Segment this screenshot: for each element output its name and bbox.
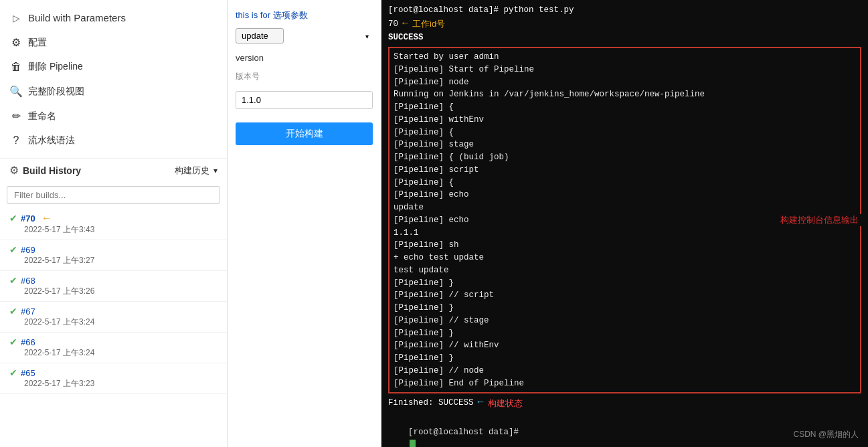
- watermark: CSDN @黑烟的人: [793, 429, 859, 440]
- sidebar-item-label-delete: 删除 Pipeline: [28, 61, 83, 73]
- build-status-success-icon-69: ✔: [9, 244, 17, 255]
- pencil-icon: ✏: [9, 110, 23, 122]
- console-prompt-text: [root@localhost data]#: [408, 428, 519, 437]
- build-item-68[interactable]: ✔ #68 2022-5-17 上午3:26: [0, 271, 227, 302]
- pipeline-line: [Pipeline] // stage: [394, 315, 856, 327]
- build-date-69: 2022-5-17 上午3:27: [9, 255, 218, 266]
- pipeline-line: test update: [394, 264, 856, 277]
- pipeline-output-block: Started by user admin[Pipeline] Start of…: [388, 47, 861, 393]
- start-build-button[interactable]: 开始构建: [236, 122, 373, 145]
- build-date-65: 2022-5-17 上午3:23: [9, 378, 218, 389]
- pipeline-line: update: [394, 201, 856, 214]
- pipeline-line: [Pipeline] stage: [394, 139, 856, 151]
- sidebar: ▷ Build with Parameters ⚙ 配置 🗑 删除 Pipeli…: [0, 0, 228, 447]
- pipeline-line: [Pipeline] {: [394, 126, 856, 139]
- build-history-icon: ⚙: [9, 164, 19, 177]
- highlight-arrow-70: ←: [41, 212, 52, 224]
- build-number-68[interactable]: #68: [21, 276, 35, 286]
- pipeline-line: + echo test update: [394, 252, 856, 264]
- build-status-success-icon-65: ✔: [9, 367, 17, 378]
- console-top-command: [root@localhost data]# python test.py: [388, 4, 861, 17]
- build-status-success-icon-66: ✔: [9, 337, 17, 347]
- pipeline-line: [Pipeline] {: [394, 101, 856, 114]
- gear-icon: ⚙: [9, 36, 23, 49]
- pipeline-line: [Pipeline] // withEnv: [394, 339, 856, 352]
- sidebar-item-build-with-params[interactable]: ▷ Build with Parameters: [0, 5, 227, 30]
- console-prompt-line: [root@localhost data]#: [388, 414, 861, 447]
- pipeline-line: [Pipeline] // script: [394, 289, 856, 302]
- job-id-arrow-icon: ←: [402, 17, 408, 32]
- build-item-67[interactable]: ✔ #67 2022-5-17 上午3:24: [0, 302, 227, 333]
- job-id-value: 70: [388, 18, 398, 31]
- pipeline-line: [Pipeline] // node: [394, 365, 856, 377]
- build-item-69[interactable]: ✔ #69 2022-5-17 上午3:27: [0, 240, 227, 271]
- build-number-65[interactable]: #65: [21, 368, 35, 378]
- play-icon: ▷: [9, 13, 23, 23]
- pipeline-line: [Pipeline] }: [394, 327, 856, 340]
- sidebar-item-label-full-stage: 完整阶段视图: [28, 86, 84, 98]
- pipeline-line: Running on Jenkins in /var/jenkins_home/…: [394, 88, 856, 101]
- build-status-success-icon-68: ✔: [9, 275, 17, 286]
- build-number-69[interactable]: #69: [21, 245, 35, 255]
- cursor-block: [410, 440, 416, 447]
- build-item-66[interactable]: ✔ #66 2022-5-17 上午3:24: [0, 333, 227, 363]
- pipeline-line: [Pipeline] script: [394, 164, 856, 177]
- build-status-success-icon-70: ✔: [9, 213, 17, 224]
- sidebar-item-full-stage-view[interactable]: 🔍 完整阶段视图: [0, 79, 227, 104]
- pipeline-line: Started by user admin: [394, 51, 856, 64]
- build-date-70: 2022-5-17 上午3:43: [9, 224, 218, 236]
- pipeline-line: [Pipeline] }: [394, 277, 856, 290]
- sidebar-item-delete-pipeline[interactable]: 🗑 删除 Pipeline: [0, 55, 227, 79]
- version-label: version: [236, 53, 373, 63]
- build-history-label-cn: 构建历史: [175, 165, 209, 177]
- console-annotation-label: 构建控制台信息输出: [778, 214, 861, 226]
- question-icon: ?: [9, 135, 23, 147]
- build-number-70[interactable]: #70: [21, 213, 35, 224]
- sidebar-item-label-syntax: 流水线语法: [28, 135, 75, 147]
- finished-line: Finished: SUCCESS ← 构建状态: [388, 395, 861, 411]
- pipeline-line: 1.1.1: [394, 227, 856, 240]
- build-status-arrow-icon: ←: [478, 395, 484, 411]
- middle-panel: this is for 选项参数 update deploy test ▾ ve…: [228, 0, 381, 447]
- build-history-header: ⚙ Build History 构建历史 ▾: [0, 158, 227, 182]
- sidebar-item-label-build-with-params: Build with Parameters: [28, 12, 126, 23]
- param-select[interactable]: update deploy test: [236, 28, 284, 43]
- build-list: ✔ #70 ← 2022-5-17 上午3:43 ✔ #69 2022-5-17…: [0, 208, 227, 447]
- console-panel: [root@localhost data]# python test.py 70…: [381, 0, 868, 447]
- param-description: this is for 选项参数: [236, 9, 373, 21]
- pipeline-line: [Pipeline] {: [394, 177, 856, 189]
- console-success-line: SUCCESS: [388, 31, 861, 44]
- select-chevron-icon: ▾: [365, 32, 369, 39]
- pipeline-line: [Pipeline] { (buid job): [394, 151, 856, 164]
- sidebar-item-label-config: 配置: [28, 37, 47, 49]
- pipeline-line: [Pipeline] Start of Pipeline: [394, 64, 856, 76]
- sidebar-item-pipeline-syntax[interactable]: ? 流水线语法: [0, 128, 227, 153]
- version-sublabel: 版本号: [236, 71, 373, 82]
- sidebar-item-config[interactable]: ⚙ 配置: [0, 30, 227, 55]
- build-date-67: 2022-5-17 上午3:24: [9, 317, 218, 328]
- build-history-title: Build History: [23, 165, 171, 176]
- sidebar-item-rename[interactable]: ✏ 重命名: [0, 104, 227, 128]
- filter-builds-input[interactable]: [7, 186, 220, 204]
- pipeline-line: [Pipeline] echo: [394, 189, 856, 201]
- build-item-70[interactable]: ✔ #70 ← 2022-5-17 上午3:43: [0, 208, 227, 240]
- filter-input-wrap: [0, 182, 227, 208]
- pipeline-line: [Pipeline] sh: [394, 239, 856, 252]
- build-number-67[interactable]: #67: [21, 306, 35, 317]
- build-item-65[interactable]: ✔ #65 2022-5-17 上午3:23: [0, 363, 227, 394]
- sidebar-menu: ▷ Build with Parameters ⚙ 配置 🗑 删除 Pipeli…: [0, 0, 227, 158]
- build-number-66[interactable]: #66: [21, 337, 35, 347]
- console-job-id-line: 70 ← 工作id号: [388, 17, 861, 32]
- pipeline-line: [Pipeline] node: [394, 76, 856, 89]
- finished-text: Finished: SUCCESS: [388, 397, 474, 410]
- pipeline-line: [Pipeline] }: [394, 302, 856, 315]
- chevron-down-icon[interactable]: ▾: [213, 166, 218, 175]
- build-date-68: 2022-5-17 上午3:26: [9, 286, 218, 297]
- build-date-66: 2022-5-17 上午3:24: [9, 347, 218, 359]
- build-status-annotation: 构建状态: [488, 397, 523, 410]
- delete-icon: 🗑: [9, 61, 23, 73]
- version-input[interactable]: [236, 91, 373, 109]
- sidebar-item-label-rename: 重命名: [28, 110, 56, 122]
- pipeline-line: [Pipeline] End of Pipeline: [394, 377, 856, 390]
- param-select-wrap: update deploy test ▾: [236, 28, 373, 43]
